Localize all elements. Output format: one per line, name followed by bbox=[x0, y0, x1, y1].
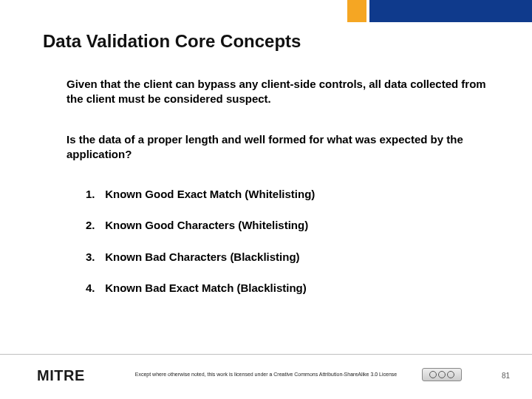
list-item: 3. Known Bad Characters (Blacklisting) bbox=[86, 250, 488, 265]
ordered-list: 1. Known Good Exact Match (Whitelisting)… bbox=[86, 187, 488, 296]
list-text: Known Good Exact Match (Whitelisting) bbox=[105, 188, 315, 200]
cc-circle-icon bbox=[447, 371, 454, 378]
intro-paragraph-1: Given that the client can bypass any cli… bbox=[66, 77, 488, 107]
cc-circle-icon bbox=[438, 371, 446, 378]
slide-body: Given that the client can bypass any cli… bbox=[66, 77, 488, 312]
list-number: 2. bbox=[86, 218, 102, 233]
list-item: 1. Known Good Exact Match (Whitelisting) bbox=[86, 187, 488, 202]
slide-title: Data Validation Core Concepts bbox=[43, 31, 301, 52]
page-number: 81 bbox=[502, 372, 510, 380]
header-accent-bar bbox=[369, 0, 532, 22]
list-number: 4. bbox=[86, 281, 102, 296]
list-item: 4. Known Bad Exact Match (Blacklisting) bbox=[86, 281, 488, 296]
list-text: Known Bad Characters (Blacklisting) bbox=[105, 250, 299, 263]
cc-circle-icon bbox=[429, 371, 437, 378]
list-number: 1. bbox=[86, 187, 102, 202]
list-text: Known Bad Exact Match (Blacklisting) bbox=[105, 282, 307, 294]
slide: Data Validation Core Concepts Given that… bbox=[0, 0, 532, 399]
cc-badge-icon bbox=[422, 368, 462, 381]
list-item: 2. Known Good Characters (Whitelisting) bbox=[86, 218, 488, 233]
list-number: 3. bbox=[86, 250, 102, 265]
list-text: Known Good Characters (Whitelisting) bbox=[105, 219, 308, 231]
intro-paragraph-2: Is the data of a proper length and well … bbox=[66, 132, 488, 163]
footer-divider bbox=[0, 354, 532, 355]
